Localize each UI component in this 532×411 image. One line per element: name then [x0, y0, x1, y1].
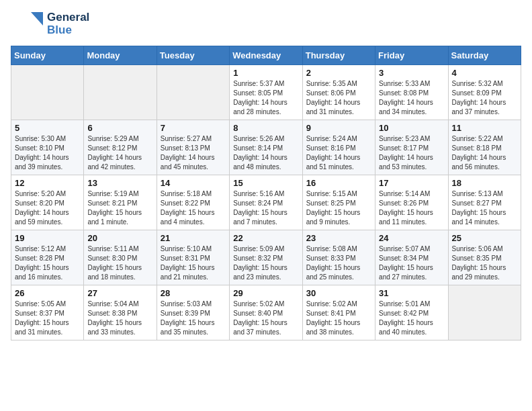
- day-number: 21: [161, 233, 226, 243]
- day-info: Sunrise: 5:16 AM Sunset: 8:24 PM Dayligh…: [233, 189, 298, 227]
- calendar-cell: 6Sunrise: 5:29 AM Sunset: 8:12 PM Daylig…: [84, 120, 157, 175]
- calendar-cell: 26Sunrise: 5:05 AM Sunset: 8:37 PM Dayli…: [11, 285, 84, 340]
- calendar-cell: 28Sunrise: 5:03 AM Sunset: 8:39 PM Dayli…: [157, 285, 229, 340]
- logo-general: General: [47, 11, 89, 24]
- calendar-cell: 3Sunrise: 5:33 AM Sunset: 8:08 PM Daylig…: [375, 65, 448, 120]
- calendar-cell: 16Sunrise: 5:15 AM Sunset: 8:25 PM Dayli…: [302, 175, 375, 230]
- calendar-week-row: 26Sunrise: 5:05 AM Sunset: 8:37 PM Dayli…: [11, 285, 521, 340]
- day-info: Sunrise: 5:18 AM Sunset: 8:22 PM Dayligh…: [161, 189, 226, 227]
- day-number: 19: [15, 233, 80, 243]
- logo: GeneralBlue: [11, 11, 89, 38]
- calendar-cell: 4Sunrise: 5:32 AM Sunset: 8:09 PM Daylig…: [448, 65, 521, 120]
- calendar-cell: 24Sunrise: 5:07 AM Sunset: 8:34 PM Dayli…: [375, 230, 448, 285]
- calendar-cell: 21Sunrise: 5:10 AM Sunset: 8:31 PM Dayli…: [157, 230, 229, 285]
- day-number: 22: [233, 233, 298, 243]
- calendar-cell: 19Sunrise: 5:12 AM Sunset: 8:28 PM Dayli…: [11, 230, 84, 285]
- calendar-cell: [11, 65, 84, 120]
- calendar-cell: 27Sunrise: 5:04 AM Sunset: 8:38 PM Dayli…: [84, 285, 157, 340]
- day-number: 2: [306, 68, 371, 78]
- day-info: Sunrise: 5:14 AM Sunset: 8:26 PM Dayligh…: [379, 189, 444, 227]
- day-info: Sunrise: 5:10 AM Sunset: 8:31 PM Dayligh…: [161, 244, 226, 282]
- calendar-cell: 14Sunrise: 5:18 AM Sunset: 8:22 PM Dayli…: [157, 175, 229, 230]
- weekday-header: Saturday: [448, 46, 521, 65]
- day-info: Sunrise: 5:02 AM Sunset: 8:40 PM Dayligh…: [233, 300, 298, 337]
- day-info: Sunrise: 5:09 AM Sunset: 8:32 PM Dayligh…: [233, 244, 298, 282]
- weekday-header: Sunday: [11, 46, 84, 65]
- calendar-header: SundayMondayTuesdayWednesdayThursdayFrid…: [11, 46, 521, 65]
- day-info: Sunrise: 5:05 AM Sunset: 8:37 PM Dayligh…: [15, 300, 80, 337]
- day-info: Sunrise: 5:04 AM Sunset: 8:38 PM Dayligh…: [87, 300, 152, 337]
- day-number: 29: [233, 288, 298, 298]
- calendar-cell: 13Sunrise: 5:19 AM Sunset: 8:21 PM Dayli…: [84, 175, 157, 230]
- calendar-cell: 2Sunrise: 5:35 AM Sunset: 8:06 PM Daylig…: [302, 65, 375, 120]
- weekday-header: Tuesday: [157, 46, 229, 65]
- calendar-cell: 22Sunrise: 5:09 AM Sunset: 8:32 PM Dayli…: [230, 230, 302, 285]
- day-number: 25: [452, 233, 517, 243]
- calendar-cell: 20Sunrise: 5:11 AM Sunset: 8:30 PM Dayli…: [84, 230, 157, 285]
- day-number: 15: [233, 178, 298, 188]
- day-number: 7: [161, 123, 226, 133]
- day-number: 12: [15, 178, 80, 188]
- page-header: GeneralBlue: [11, 11, 521, 38]
- day-number: 8: [233, 123, 298, 133]
- day-info: Sunrise: 5:15 AM Sunset: 8:25 PM Dayligh…: [306, 189, 371, 227]
- calendar-cell: 1Sunrise: 5:37 AM Sunset: 8:05 PM Daylig…: [230, 65, 302, 120]
- calendar-cell: [448, 285, 521, 340]
- day-info: Sunrise: 5:07 AM Sunset: 8:34 PM Dayligh…: [379, 244, 444, 282]
- day-number: 9: [306, 123, 371, 133]
- day-info: Sunrise: 5:20 AM Sunset: 8:20 PM Dayligh…: [15, 189, 80, 227]
- day-number: 3: [379, 68, 444, 78]
- calendar-week-row: 1Sunrise: 5:37 AM Sunset: 8:05 PM Daylig…: [11, 65, 521, 120]
- calendar-week-row: 19Sunrise: 5:12 AM Sunset: 8:28 PM Dayli…: [11, 230, 521, 285]
- day-number: 27: [87, 288, 152, 298]
- day-info: Sunrise: 5:22 AM Sunset: 8:18 PM Dayligh…: [452, 134, 517, 172]
- day-info: Sunrise: 5:33 AM Sunset: 8:08 PM Dayligh…: [379, 79, 444, 117]
- calendar-cell: 31Sunrise: 5:01 AM Sunset: 8:42 PM Dayli…: [375, 285, 448, 340]
- weekday-header: Monday: [84, 46, 157, 65]
- weekday-header: Friday: [375, 46, 448, 65]
- weekday-header: Thursday: [302, 46, 375, 65]
- day-number: 14: [161, 178, 226, 188]
- svg-marker-0: [31, 12, 43, 26]
- calendar-cell: 23Sunrise: 5:08 AM Sunset: 8:33 PM Dayli…: [302, 230, 375, 285]
- day-info: Sunrise: 5:12 AM Sunset: 8:28 PM Dayligh…: [15, 244, 80, 282]
- day-info: Sunrise: 5:24 AM Sunset: 8:16 PM Dayligh…: [306, 134, 371, 172]
- logo-svg: [11, 11, 44, 38]
- day-number: 20: [87, 233, 152, 243]
- calendar-cell: 7Sunrise: 5:27 AM Sunset: 8:13 PM Daylig…: [157, 120, 229, 175]
- calendar-week-row: 5Sunrise: 5:30 AM Sunset: 8:10 PM Daylig…: [11, 120, 521, 175]
- day-info: Sunrise: 5:23 AM Sunset: 8:17 PM Dayligh…: [379, 134, 444, 172]
- calendar-cell: [84, 65, 157, 120]
- day-info: Sunrise: 5:27 AM Sunset: 8:13 PM Dayligh…: [161, 134, 226, 172]
- day-info: Sunrise: 5:13 AM Sunset: 8:27 PM Dayligh…: [452, 189, 517, 227]
- day-number: 6: [87, 123, 152, 133]
- calendar-cell: 15Sunrise: 5:16 AM Sunset: 8:24 PM Dayli…: [230, 175, 302, 230]
- day-number: 28: [161, 288, 226, 298]
- calendar-table: SundayMondayTuesdayWednesdayThursdayFrid…: [11, 46, 521, 340]
- day-info: Sunrise: 5:26 AM Sunset: 8:14 PM Dayligh…: [233, 134, 298, 172]
- day-info: Sunrise: 5:01 AM Sunset: 8:42 PM Dayligh…: [379, 300, 444, 337]
- logo-blue: Blue: [47, 24, 89, 37]
- calendar-week-row: 12Sunrise: 5:20 AM Sunset: 8:20 PM Dayli…: [11, 175, 521, 230]
- day-info: Sunrise: 5:19 AM Sunset: 8:21 PM Dayligh…: [87, 189, 152, 227]
- day-info: Sunrise: 5:30 AM Sunset: 8:10 PM Dayligh…: [15, 134, 80, 172]
- weekday-header: Wednesday: [230, 46, 302, 65]
- day-number: 16: [306, 178, 371, 188]
- calendar-cell: 9Sunrise: 5:24 AM Sunset: 8:16 PM Daylig…: [302, 120, 375, 175]
- calendar-cell: 8Sunrise: 5:26 AM Sunset: 8:14 PM Daylig…: [230, 120, 302, 175]
- day-info: Sunrise: 5:35 AM Sunset: 8:06 PM Dayligh…: [306, 79, 371, 117]
- day-number: 23: [306, 233, 371, 243]
- calendar-cell: 30Sunrise: 5:02 AM Sunset: 8:41 PM Dayli…: [302, 285, 375, 340]
- calendar-cell: 12Sunrise: 5:20 AM Sunset: 8:20 PM Dayli…: [11, 175, 84, 230]
- calendar-cell: 18Sunrise: 5:13 AM Sunset: 8:27 PM Dayli…: [448, 175, 521, 230]
- day-info: Sunrise: 5:03 AM Sunset: 8:39 PM Dayligh…: [161, 300, 226, 337]
- day-number: 26: [15, 288, 80, 298]
- day-number: 30: [306, 288, 371, 298]
- day-number: 1: [233, 68, 298, 78]
- day-number: 17: [379, 178, 444, 188]
- day-number: 5: [15, 123, 80, 133]
- day-number: 13: [87, 178, 152, 188]
- day-info: Sunrise: 5:29 AM Sunset: 8:12 PM Dayligh…: [87, 134, 152, 172]
- calendar-cell: 17Sunrise: 5:14 AM Sunset: 8:26 PM Dayli…: [375, 175, 448, 230]
- day-info: Sunrise: 5:37 AM Sunset: 8:05 PM Dayligh…: [233, 79, 298, 117]
